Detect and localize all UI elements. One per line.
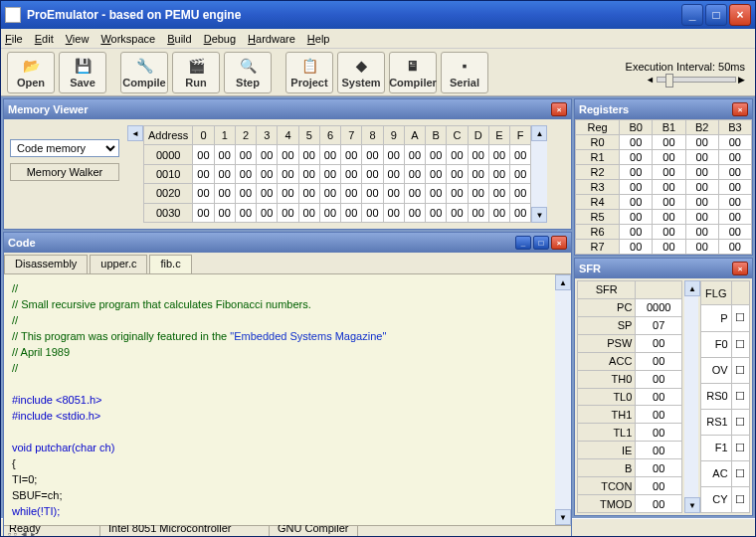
open-button[interactable]: 📂Open [7,52,55,93]
memory-walker-button[interactable]: Memory Walker [10,163,119,181]
memory-table: Address0123456789ABCDEF00000000000000000… [143,125,531,223]
save-icon: 💾 [72,56,94,76]
menu-build[interactable]: Build [167,33,191,45]
flag-table: FLGPF0OVRS0RS1F1ACCY [700,280,750,513]
code-minimize-button[interactable]: _ [515,236,531,250]
flag-RS0-checkbox[interactable] [731,383,749,409]
menu-debug[interactable]: Debug [204,33,236,45]
interval-decrease[interactable]: ◄ [646,75,655,85]
code-header: Code _ □ × [4,233,571,253]
interval-increase[interactable]: ▶ [738,75,745,85]
workspace: Memory Viewer × Code memory Memory Walke… [1,96,755,518]
memory-close-button[interactable]: × [551,102,567,116]
system-button[interactable]: ◆System [337,52,385,93]
close-button[interactable]: × [729,4,751,26]
flag-P-checkbox[interactable] [731,305,749,331]
menu-view[interactable]: View [66,33,90,45]
code-panel: Code _ □ × Disassemblyupper.cfib.c //// … [3,232,572,537]
project-button[interactable]: 📋Project [285,52,333,93]
mem-scroll-up[interactable]: ▲ [531,125,547,141]
interval-slider[interactable] [657,77,736,83]
sfr-table: SFRPC0000SP07PSW00ACC00TH000TL000TH100TL… [577,280,682,513]
step-icon: 🔍 [237,56,259,76]
sfr-header: SFR × [575,259,752,278]
step-button[interactable]: 🔍Step [224,52,272,93]
sfr-close-button[interactable]: × [732,262,748,275]
menu-workspace[interactable]: Workspace [100,33,155,45]
project-icon: 📋 [298,56,320,76]
flag-F1-checkbox[interactable] [731,435,749,460]
flag-OV-checkbox[interactable] [731,357,749,383]
window-title: ProEmulator - based on PEMU engine [27,8,679,22]
code-title: Code [8,237,36,249]
menu-help[interactable]: Help [307,33,330,45]
flag-F0-checkbox[interactable] [731,331,749,357]
registers-close-button[interactable]: × [732,102,748,116]
sfr-scrollbar[interactable]: ▲▼ [684,280,698,513]
maximize-button[interactable]: □ [705,4,727,26]
code-editor[interactable]: //// Small recursive program that calcul… [4,274,555,525]
code-scroll-up[interactable]: ▲ [555,274,571,290]
menu-edit[interactable]: Edit [35,33,54,45]
system-icon: ◆ [350,56,372,76]
minimize-button[interactable]: _ [681,4,703,26]
serial-icon: ▪ [454,56,475,76]
compiler-icon: 🖥 [402,56,424,76]
save-button[interactable]: 💾Save [59,52,106,93]
menu-file[interactable]: File [5,33,23,45]
flag-CY-checkbox[interactable] [731,486,749,512]
compile-icon: 🔧 [133,56,155,76]
sfr-scroll-up[interactable]: ▲ [684,280,700,296]
sfr-panel: SFR × SFRPC0000SP07PSW00ACC00TH000TL000T… [574,258,753,516]
memory-type-select[interactable]: Code memory [10,139,119,157]
open-icon: 📂 [20,56,42,76]
code-tabs: Disassemblyupper.cfib.c [4,253,571,274]
registers-panel: Registers × RegB0B1B2B3R000000000R100000… [574,98,753,256]
toolbar: 📂Open💾Save🔧Compile🎬Run🔍Step📋Project◆Syst… [1,49,755,96]
memory-viewer-header: Memory Viewer × [4,99,571,119]
code-maximize-button[interactable]: □ [533,236,549,250]
menu-hardware[interactable]: Hardware [248,33,295,45]
sfr-scroll-down[interactable]: ▼ [684,497,700,513]
app-icon [5,7,21,23]
compiler-button[interactable]: 🖥Compiler [389,52,437,93]
tab-fib-c[interactable]: fib.c [149,255,191,273]
flag-RS1-checkbox[interactable] [731,409,749,435]
compile-button[interactable]: 🔧Compile [120,52,168,93]
mem-scroll-down[interactable]: ▼ [531,207,547,223]
run-icon: 🎬 [185,56,207,76]
execution-interval: Execution Interval: 50ms◄▶ [626,61,749,85]
tab-Disassembly[interactable]: Disassembly [4,255,88,273]
memory-viewer-title: Memory Viewer [8,103,89,115]
registers-table: RegB0B1B2B3R000000000R100000000R20000000… [575,119,752,255]
flag-AC-checkbox[interactable] [731,460,749,486]
titlebar: ProEmulator - based on PEMU engine _ □ × [1,1,755,29]
mem-scroll-left[interactable]: ◄ [127,125,143,141]
registers-title: Registers [579,103,629,115]
registers-header: Registers × [575,99,752,119]
code-close-button[interactable]: × [551,236,567,250]
sfr-title: SFR [579,263,601,274]
serial-button[interactable]: ▪Serial [441,52,488,93]
code-scrollbar[interactable]: ▲ ▼ [555,274,571,525]
menubar: FileEditViewWorkspaceBuildDebugHardwareH… [1,29,755,49]
run-button[interactable]: 🎬Run [172,52,220,93]
code-scroll-down[interactable]: ▼ [555,509,571,525]
memory-viewer-panel: Memory Viewer × Code memory Memory Walke… [3,98,572,230]
tab-upper-c[interactable]: upper.c [90,255,147,273]
